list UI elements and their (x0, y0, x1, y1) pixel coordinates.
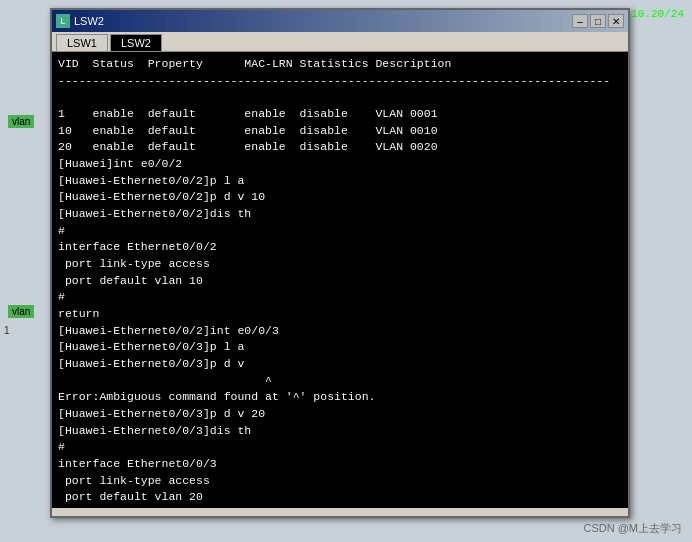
restore-button[interactable]: □ (590, 14, 606, 28)
window-icon: L (56, 14, 70, 28)
close-button[interactable]: ✕ (608, 14, 624, 28)
watermark: CSDN @M上去学习 (583, 521, 682, 536)
title-bar-left: L LSW2 (56, 14, 104, 28)
tab-bar: LSW1 LSW2 (52, 32, 628, 52)
window-title: LSW2 (74, 15, 104, 27)
terminal-area[interactable]: VID Status Property MAC-LRN Statistics D… (52, 52, 628, 508)
title-bar: L LSW2 – □ ✕ (52, 10, 628, 32)
tab-lsw1[interactable]: LSW1 (56, 34, 108, 51)
vlan-label-2: vlan (8, 305, 34, 318)
title-bar-controls: – □ ✕ (572, 14, 624, 28)
sidebar-num: 1 (4, 325, 10, 336)
main-window: L LSW2 – □ ✕ LSW1 LSW2 VID Status Proper… (50, 8, 630, 518)
minimize-button[interactable]: – (572, 14, 588, 28)
tab-lsw2[interactable]: LSW2 (110, 34, 162, 51)
vlan-label-1: vlan (8, 115, 34, 128)
